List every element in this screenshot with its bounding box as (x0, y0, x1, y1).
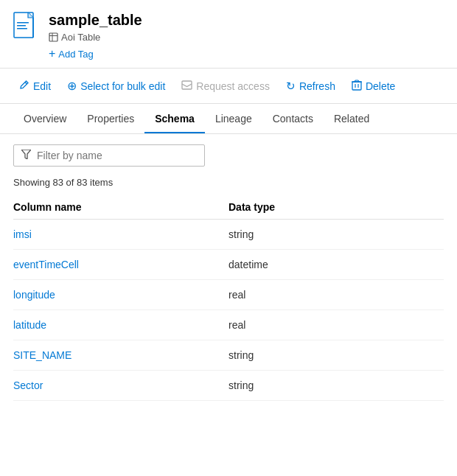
svg-rect-3 (17, 28, 27, 29)
svg-line-7 (25, 83, 27, 85)
col-name-cell[interactable]: longitude (13, 280, 228, 310)
table-header-row: Column name Data type (13, 195, 444, 220)
toolbar: Edit ⊕ Select for bulk edit Request acce… (0, 69, 457, 104)
svg-marker-13 (21, 150, 31, 159)
schema-table-wrap: Column name Data type imsistringeventTim… (0, 195, 457, 401)
col-type-cell: real (228, 280, 444, 310)
col-name-cell[interactable]: latitude (13, 310, 228, 340)
filter-input-wrapper (13, 144, 205, 167)
tabs-bar: Overview Properties Schema Lineage Conta… (0, 104, 457, 134)
table-row: imsistring (13, 220, 444, 250)
filter-icon (21, 150, 31, 161)
delete-button[interactable]: Delete (346, 77, 401, 96)
tab-contacts[interactable]: Contacts (262, 104, 324, 133)
table-row: SITE_NAMEstring (13, 340, 444, 371)
table-row: latitudereal (13, 310, 444, 340)
tab-schema[interactable]: Schema (144, 104, 205, 133)
refresh-button[interactable]: ↻ Refresh (280, 77, 341, 96)
filter-section (0, 134, 457, 172)
add-tag-button[interactable]: + Add Tag (49, 47, 142, 60)
schema-table: Column name Data type imsistringeventTim… (13, 195, 444, 401)
col-type-header: Data type (228, 195, 444, 220)
col-type-cell: string (228, 340, 444, 371)
col-type-cell: datetime (228, 250, 444, 280)
svg-rect-4 (49, 33, 57, 41)
page-subtitle: Aoi Table (49, 32, 142, 43)
svg-rect-2 (17, 25, 26, 27)
page-header: sample_table Aoi Table + Add Tag (0, 0, 457, 69)
file-icon (13, 12, 40, 44)
add-icon: + (49, 47, 55, 60)
col-name-cell[interactable]: Sector (13, 371, 228, 401)
edit-icon (19, 80, 29, 92)
edit-button[interactable]: Edit (13, 77, 57, 95)
request-access-button[interactable]: Request access (175, 77, 276, 96)
col-name-header: Column name (13, 195, 228, 220)
col-type-cell: real (228, 310, 444, 340)
header-info: sample_table Aoi Table + Add Tag (49, 12, 142, 60)
col-type-cell: string (228, 371, 444, 401)
refresh-icon: ↻ (286, 80, 296, 93)
bulk-edit-icon: ⊕ (67, 79, 77, 93)
svg-rect-9 (352, 82, 361, 90)
col-name-cell[interactable]: imsi (13, 220, 228, 250)
table-row: longitudereal (13, 280, 444, 310)
tab-lineage[interactable]: Lineage (205, 104, 262, 133)
table-icon (49, 32, 58, 42)
table-row: Sectorstring (13, 371, 444, 401)
table-row: eventTimeCelldatetime (13, 250, 444, 280)
tab-related[interactable]: Related (324, 104, 380, 133)
delete-icon (352, 80, 362, 93)
page-title: sample_table (49, 12, 142, 29)
col-name-cell[interactable]: eventTimeCell (13, 250, 228, 280)
tab-properties[interactable]: Properties (77, 104, 144, 133)
col-type-cell: string (228, 220, 444, 250)
svg-rect-1 (17, 22, 29, 24)
filter-input[interactable] (37, 150, 197, 161)
tab-overview[interactable]: Overview (13, 104, 77, 133)
items-count: Showing 83 of 83 items (0, 172, 457, 195)
col-name-cell[interactable]: SITE_NAME (13, 340, 228, 371)
bulk-edit-button[interactable]: ⊕ Select for bulk edit (61, 76, 171, 96)
request-access-icon (181, 80, 192, 93)
